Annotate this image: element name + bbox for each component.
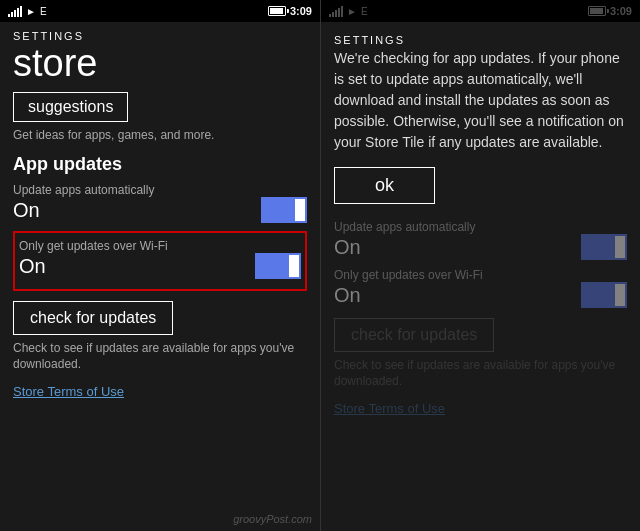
suggestions-desc: Get ideas for apps, games, and more. — [13, 128, 307, 142]
toggle-track-wifi — [255, 253, 301, 279]
battery-icon — [268, 6, 286, 16]
wifi-only-toggle-dimmed — [581, 282, 627, 308]
app-updates-title: App updates — [13, 154, 307, 175]
wifi-only-label: Only get updates over Wi-Fi — [19, 239, 301, 253]
toggle-track — [261, 197, 307, 223]
check-btn-dimmed-container: check for updates — [334, 318, 627, 358]
update-auto-toggle[interactable] — [261, 197, 307, 223]
page-title-left: store — [13, 44, 307, 82]
right-panel: ► E 3:09 SETTINGS We're checking for app… — [320, 0, 640, 531]
left-panel: ► E 3:09 SETTINGS store suggestions Get … — [0, 0, 320, 531]
wifi-only-value: On — [19, 255, 46, 278]
modal-settings-label: SETTINGS — [334, 34, 627, 46]
terms-link-left[interactable]: Store Terms of Use — [13, 384, 124, 399]
wifi-only-highlight: Only get updates over Wi-Fi On — [13, 231, 307, 291]
toggle-thumb-wifi-dimmed — [615, 284, 625, 306]
toggle-thumb — [295, 199, 305, 221]
wifi-only-row-dimmed: On — [334, 282, 627, 308]
check-updates-button-right: check for updates — [334, 318, 494, 352]
update-auto-section: Update apps automatically On — [13, 183, 307, 223]
update-auto-label-dimmed: Update apps automatically — [334, 220, 627, 234]
update-auto-value: On — [13, 199, 40, 222]
update-auto-row: On — [13, 197, 307, 223]
time-left: 3:09 — [290, 5, 312, 17]
status-bar-left: ► E 3:09 — [0, 0, 320, 22]
check-updates-button-left[interactable]: check for updates — [13, 301, 173, 335]
settings-label-left: SETTINGS — [13, 30, 307, 42]
check-desc-left: Check to see if updates are available fo… — [13, 341, 307, 372]
toggle-thumb-wifi — [289, 255, 299, 277]
wifi-only-label-dimmed: Only get updates over Wi-Fi — [334, 268, 627, 282]
update-auto-toggle-dimmed — [581, 234, 627, 260]
modal-body: We're checking for app updates. If your … — [334, 48, 627, 153]
wifi-only-value-dimmed: On — [334, 284, 361, 307]
toggle-track-dimmed — [581, 234, 627, 260]
network-icon: E — [40, 6, 47, 17]
toggle-thumb-dimmed — [615, 236, 625, 258]
modal-content: SETTINGS We're checking for app updates.… — [321, 22, 640, 531]
wifi-only-row: On — [19, 253, 301, 279]
update-auto-value-dimmed: On — [334, 236, 361, 259]
watermark-left: groovyPost.com — [233, 513, 312, 525]
status-right: 3:09 — [268, 5, 312, 17]
terms-link-right: Store Terms of Use — [334, 401, 445, 416]
ok-button[interactable]: ok — [334, 167, 435, 204]
dimmed-section: Update apps automatically On Only get up… — [334, 220, 627, 417]
suggestions-button[interactable]: suggestions — [13, 92, 128, 122]
wifi-icon: ► — [26, 6, 36, 17]
update-auto-row-dimmed: On — [334, 234, 627, 260]
wifi-only-toggle[interactable] — [255, 253, 301, 279]
check-desc-right: Check to see if updates are available fo… — [334, 358, 627, 389]
wifi-only-section-dimmed: Only get updates over Wi-Fi On — [334, 268, 627, 308]
left-content: SETTINGS store suggestions Get ideas for… — [0, 22, 320, 531]
toggle-track-wifi-dimmed — [581, 282, 627, 308]
signal-icon — [8, 5, 22, 17]
status-left: ► E — [8, 5, 47, 17]
update-auto-label: Update apps automatically — [13, 183, 307, 197]
modal-overlay: SETTINGS We're checking for app updates.… — [321, 0, 640, 531]
